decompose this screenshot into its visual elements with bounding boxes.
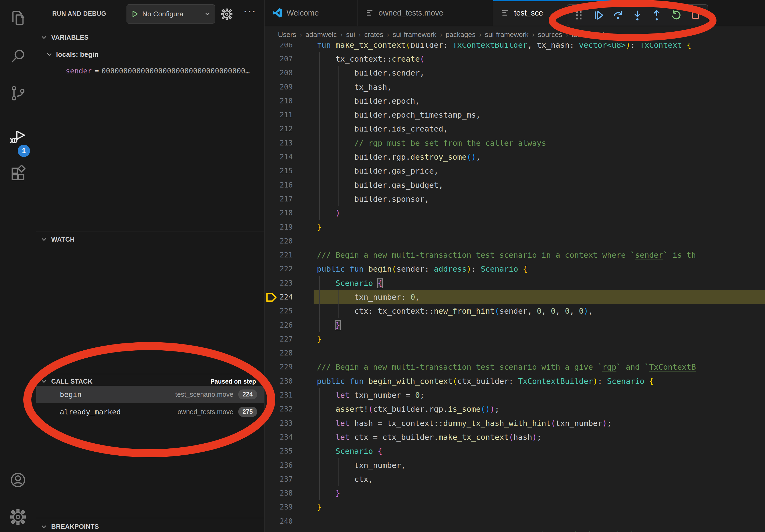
step-over-button[interactable] <box>610 6 626 24</box>
tab-owned-tests-move[interactable]: owned_tests.move <box>358 0 493 26</box>
line-number[interactable]: 223 <box>265 276 301 290</box>
breadcrumb-item[interactable]: crates <box>364 31 383 39</box>
code-line-234[interactable]: let ctx = ctx_builder.make_tx_context(ha… <box>317 430 541 444</box>
code-line-223[interactable]: Scenario { <box>317 276 382 290</box>
line-number[interactable]: 219 <box>265 220 301 234</box>
code-line-235[interactable]: Scenario { <box>317 444 382 458</box>
variable-row[interactable]: sender=000000000000000000000000000000000… <box>66 64 250 78</box>
breadcrumb-item[interactable]: sui-framework <box>393 31 436 39</box>
line-number[interactable]: 207 <box>265 52 301 66</box>
extensions-icon[interactable] <box>0 160 36 187</box>
line-number[interactable]: 226 <box>265 318 301 332</box>
code-line-237[interactable]: ctx, <box>317 472 373 486</box>
code-line-214[interactable]: builder.rgp.destroy_some(), <box>317 150 480 164</box>
code-line-217[interactable]: builder.sponsor, <box>317 192 429 206</box>
settings-gear-icon[interactable] <box>0 504 36 530</box>
code-line-216[interactable]: builder.gas_budget, <box>317 178 443 192</box>
code-line-218[interactable]: ) <box>317 206 340 220</box>
code-line-230[interactable]: public fun begin_with_context(ctx_builde… <box>317 374 654 388</box>
line-number[interactable]: 222 <box>265 262 301 276</box>
breadcrumb-item[interactable]: sources <box>538 31 562 39</box>
call-stack-frame[interactable]: already_markedowned_tests.move275 <box>36 403 264 420</box>
line-number[interactable]: 238 <box>265 486 301 500</box>
breadcrumb-item[interactable]: sui-framework <box>485 31 528 39</box>
code-line-209[interactable]: tx_hash, <box>317 80 391 94</box>
breadcrumb-item[interactable]: adamwelc <box>306 31 337 39</box>
code-line-208[interactable]: builder.sender, <box>317 66 424 80</box>
line-number[interactable]: 220 <box>265 234 301 248</box>
search-icon[interactable] <box>0 43 36 70</box>
code-line-215[interactable]: builder.gas_price, <box>317 164 438 178</box>
line-number[interactable]: 225 <box>265 304 301 318</box>
code-line-233[interactable]: let hash = tx_context::dummy_tx_hash_wit… <box>317 416 612 430</box>
code-line-232[interactable]: assert!(ctx_builder.rgp.is_some()); <box>317 402 499 416</box>
start-debug-icon[interactable] <box>131 10 139 18</box>
line-number[interactable]: 209 <box>265 80 301 94</box>
debug-config-dropdown[interactable]: No Configura <box>127 4 215 24</box>
line-number[interactable]: 218 <box>265 206 301 220</box>
code-line-241[interactable]: /// Creates and shares system objects, a… <box>317 528 677 532</box>
breadcrumb-item[interactable]: sui <box>346 31 355 39</box>
code-line-236[interactable]: txn_number, <box>317 458 406 472</box>
toolbar-drag-handle[interactable] <box>571 6 587 24</box>
code-line-210[interactable]: builder.epoch, <box>317 94 420 108</box>
line-number[interactable]: 213 <box>265 136 301 150</box>
line-number[interactable]: 239 <box>265 500 301 514</box>
breakpoints-section-header[interactable]: BREAKPOINTS <box>36 520 264 532</box>
code-line-219[interactable]: } <box>317 220 322 234</box>
line-number[interactable]: 212 <box>265 122 301 136</box>
watch-section-header[interactable]: WATCH <box>36 232 264 246</box>
line-number[interactable]: 230 <box>265 374 301 388</box>
breadcrumb-item[interactable]: te <box>602 31 608 39</box>
step-into-button[interactable] <box>629 6 646 24</box>
breadcrumb-item[interactable]: packages <box>446 31 475 39</box>
line-number[interactable]: 241 <box>265 528 301 532</box>
line-number[interactable]: 237 <box>265 472 301 486</box>
code-line-238[interactable]: } <box>317 486 340 500</box>
tab-welcome[interactable]: Welcome <box>265 0 358 26</box>
code-line-239[interactable]: } <box>317 500 322 514</box>
code-line-213[interactable]: // rgp must be set from the caller alway… <box>317 136 546 150</box>
explorer-icon[interactable] <box>0 5 36 32</box>
line-number[interactable]: 234 <box>265 430 301 444</box>
line-number[interactable]: 240 <box>265 514 301 528</box>
code-line-229[interactable]: /// Begin a new multi-transaction test s… <box>317 360 696 374</box>
line-number[interactable]: 211 <box>265 108 301 122</box>
more-actions-icon[interactable]: ··· <box>244 6 257 17</box>
variables-scope-row[interactable]: locals: begin <box>46 48 99 61</box>
code-line-222[interactable]: public fun begin(sender: address): Scena… <box>317 262 527 276</box>
code-line-225[interactable]: ctx: tx_context::new_from_hint(sender, 0… <box>317 304 593 318</box>
debug-gear-icon[interactable] <box>221 8 233 21</box>
line-number[interactable]: 236 <box>265 458 301 472</box>
step-out-button[interactable] <box>648 6 665 24</box>
code-line-207[interactable]: tx_context::create( <box>317 52 424 66</box>
line-number[interactable]: 215 <box>265 164 301 178</box>
line-number[interactable]: 232 <box>265 402 301 416</box>
line-number[interactable]: 214 <box>265 150 301 164</box>
breadcrumb-item[interactable]: Users <box>278 31 296 39</box>
line-number[interactable]: 233 <box>265 416 301 430</box>
line-number[interactable]: 235 <box>265 444 301 458</box>
code-line-211[interactable]: builder.epoch_timestamp_ms, <box>317 108 480 122</box>
run-and-debug-icon[interactable] <box>0 123 36 150</box>
line-number[interactable]: 227 <box>265 332 301 346</box>
line-number[interactable]: 216 <box>265 178 301 192</box>
code-line-226[interactable]: } <box>317 318 340 332</box>
code-line-227[interactable]: } <box>317 332 322 346</box>
code-line-231[interactable]: let txn_number = 0; <box>317 388 424 402</box>
breadcrumb-item[interactable]: test <box>571 31 583 39</box>
code-editor[interactable]: 206fun make_tx_context(builder: TxContex… <box>265 0 765 532</box>
line-number[interactable]: 221 <box>265 248 301 262</box>
code-line-212[interactable]: builder.ids_created, <box>317 122 448 136</box>
stop-button[interactable] <box>687 6 704 24</box>
account-icon[interactable] <box>0 467 36 493</box>
variables-section-header[interactable]: VARIABLES <box>36 31 264 45</box>
source-control-icon[interactable] <box>0 80 36 107</box>
line-number[interactable]: 210 <box>265 94 301 108</box>
line-number[interactable]: 231 <box>265 388 301 402</box>
code-line-221[interactable]: /// Begin a new multi-transaction test s… <box>317 248 696 262</box>
line-number[interactable]: 208 <box>265 66 301 80</box>
line-number[interactable]: 229 <box>265 360 301 374</box>
call-stack-frame[interactable]: begintest_scenario.move224 <box>36 386 264 403</box>
line-number[interactable]: 228 <box>265 346 301 360</box>
